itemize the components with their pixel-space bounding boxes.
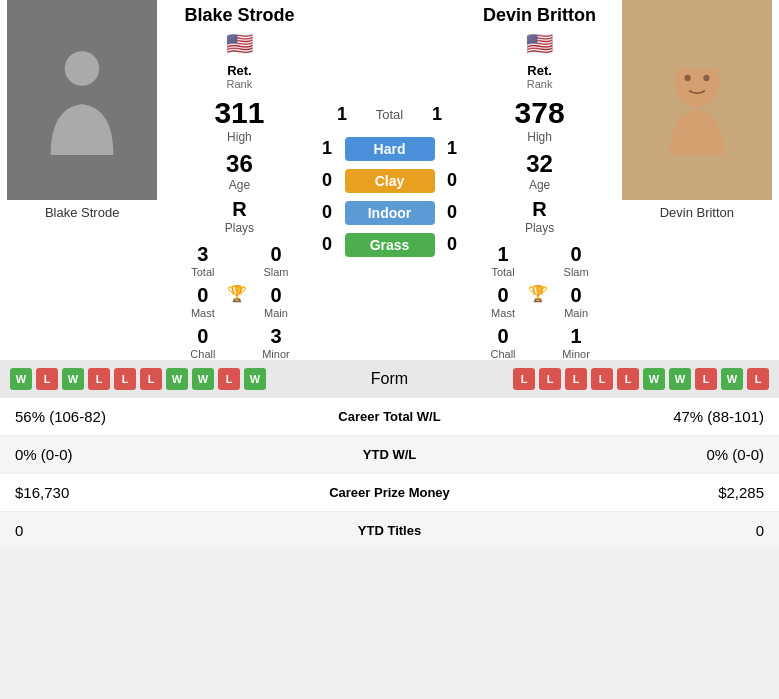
left-slam-cell: 0 Slam (242, 243, 309, 278)
form-badge-left: W (192, 368, 214, 390)
form-badge-left: W (62, 368, 84, 390)
clay-row: 0 Clay 0 (315, 169, 465, 193)
left-stats-block: Blake Strode 🇺🇸 Ret. Rank 311 High 36 Ag… (164, 0, 314, 360)
form-badge-right: L (695, 368, 717, 390)
left-total-lbl: Total (169, 266, 236, 278)
stat-center-label: YTD Titles (265, 523, 515, 538)
silhouette-right (657, 45, 737, 155)
left-mast-val: 0 (169, 284, 236, 307)
right-chall-val: 0 (470, 325, 537, 348)
left-player-photo (7, 0, 157, 200)
form-badge-left: W (244, 368, 266, 390)
left-slam-val: 0 (242, 243, 309, 266)
left-mast-cell: 0 Mast (169, 284, 236, 319)
center-block: 1 Total 1 1 Hard 1 0 Clay 0 0 Indoor 0 (315, 0, 465, 360)
right-player-name-under: Devin Britton (660, 205, 734, 220)
right-age-section: 32 Age (470, 150, 610, 192)
indoor-left-score: 0 (315, 202, 340, 223)
right-total-cell: 1 Total (470, 243, 537, 278)
left-chall-val: 0 (169, 325, 236, 348)
right-main-cell: 🏆 0 Main (543, 284, 610, 319)
left-rank-sub: Rank (169, 78, 309, 90)
right-player-photo (622, 0, 772, 200)
left-main-val: 0 (242, 284, 309, 307)
right-stats-block: Devin Britton 🇺🇸 Ret. Rank 378 High 32 A… (465, 0, 615, 360)
left-age-label: Age (169, 178, 309, 192)
stat-left-value: $16,730 (15, 484, 265, 501)
grass-button[interactable]: Grass (345, 233, 435, 257)
total-label: Total (360, 107, 420, 122)
right-slam-cell: 0 Slam (543, 243, 610, 278)
clay-button[interactable]: Clay (345, 169, 435, 193)
stats-row: $16,730 Career Prize Money $2,285 (0, 474, 779, 512)
left-stats-grid: 3 Total 0 Slam 0 Mast 🏆 0 Main 0 (169, 243, 309, 360)
form-badge-left: W (166, 368, 188, 390)
left-plays-section: R Plays (169, 198, 309, 235)
form-label: Form (350, 370, 430, 388)
right-slam-lbl: Slam (543, 266, 610, 278)
form-badge-left: L (88, 368, 110, 390)
stats-row: 0 YTD Titles 0 (0, 512, 779, 550)
left-player-name-under: Blake Strode (45, 205, 119, 220)
right-plays-value: R (470, 198, 610, 221)
right-total-val: 1 (470, 243, 537, 266)
clay-right-score: 0 (440, 170, 465, 191)
left-plays-label: Plays (169, 221, 309, 235)
right-rank-label: Ret. (470, 63, 610, 78)
form-right: LLLLLWWLWL (435, 368, 770, 390)
left-mast-lbl: Mast (169, 307, 236, 319)
form-badge-left: L (218, 368, 240, 390)
left-minor-cell: 3 Minor (242, 325, 309, 360)
left-high-section: 311 High (169, 96, 309, 144)
right-main-lbl: Main (543, 307, 610, 319)
stat-center-label: Career Prize Money (265, 485, 515, 500)
svg-rect-4 (675, 53, 719, 69)
form-badge-right: L (617, 368, 639, 390)
form-badge-right: W (721, 368, 743, 390)
indoor-button[interactable]: Indoor (345, 201, 435, 225)
hard-left-score: 1 (315, 138, 340, 159)
left-rank-section: Ret. Rank (169, 63, 309, 90)
right-high-label: High (470, 130, 610, 144)
right-total-lbl: Total (470, 266, 537, 278)
form-section: WLWLLLWWLW Form LLLLLWWLWL (0, 360, 779, 398)
right-plays-label: Plays (470, 221, 610, 235)
hard-right-score: 1 (440, 138, 465, 159)
stat-right-value: 0% (0-0) (514, 446, 764, 463)
left-high-value: 311 (169, 96, 309, 130)
form-badge-left: L (36, 368, 58, 390)
stat-left-value: 0% (0-0) (15, 446, 265, 463)
stat-left-value: 0 (15, 522, 265, 539)
stats-row: 56% (106-82) Career Total W/L 47% (88-10… (0, 398, 779, 436)
form-badge-right: L (747, 368, 769, 390)
stat-right-value: 47% (88-101) (514, 408, 764, 425)
hard-button[interactable]: Hard (345, 137, 435, 161)
left-main-lbl: Main (242, 307, 309, 319)
right-age-label: Age (470, 178, 610, 192)
form-left: WLWLLLWWLW (10, 368, 345, 390)
right-high-value: 378 (470, 96, 610, 130)
hard-row: 1 Hard 1 (315, 137, 465, 161)
svg-point-2 (684, 75, 690, 81)
right-mast-val: 0 (470, 284, 537, 307)
form-badge-right: W (669, 368, 691, 390)
left-minor-lbl: Minor (242, 348, 309, 360)
indoor-right-score: 0 (440, 202, 465, 223)
left-main-cell: 🏆 0 Main (242, 284, 309, 319)
form-badge-left: L (140, 368, 162, 390)
left-plays-value: R (169, 198, 309, 221)
grass-left-score: 0 (315, 234, 340, 255)
right-minor-cell: 1 Minor (543, 325, 610, 360)
left-rank-label: Ret. (169, 63, 309, 78)
stat-right-value: 0 (514, 522, 764, 539)
total-left-score: 1 (330, 104, 355, 125)
right-minor-val: 1 (543, 325, 610, 348)
left-high-label: High (169, 130, 309, 144)
right-slam-val: 0 (543, 243, 610, 266)
total-right-score: 1 (425, 104, 450, 125)
svg-point-0 (65, 51, 100, 86)
right-minor-lbl: Minor (543, 348, 610, 360)
grass-row: 0 Grass 0 (315, 233, 465, 257)
left-slam-lbl: Slam (242, 266, 309, 278)
form-badge-right: L (539, 368, 561, 390)
